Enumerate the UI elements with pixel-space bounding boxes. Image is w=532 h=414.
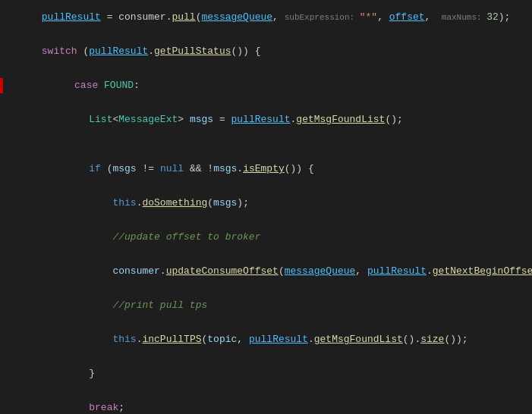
token-switch-paren: ( (77, 45, 90, 57)
code-editor: pullResult = consumer.pull(messageQueue,… (0, 0, 532, 414)
token-pullresult-3: pullResult (231, 114, 291, 125)
token-getmsgfoundlist-2: getMsgFoundList (314, 334, 403, 345)
token-case-1: case (74, 80, 98, 91)
token-switch: switch (42, 45, 77, 57)
code-line-3: case FOUND: (0, 68, 532, 102)
token-assign-1: = consumer. (101, 11, 172, 23)
token-tps-close: ()); (444, 334, 467, 345)
token-subexpr-label: subExpression: (285, 13, 360, 22)
token-if-close: ()) { (285, 163, 314, 174)
token-offset-1: offset (389, 11, 425, 23)
token-mq-1: messageQueue (285, 265, 356, 277)
token-indent-12: } (42, 368, 95, 379)
token-getpullstatus-parens: ()) { (231, 45, 260, 57)
token-msgs-3: msgs (213, 163, 237, 174)
token-indent-11 (42, 334, 113, 345)
token-dosomething: doSomething (142, 197, 207, 209)
token-notnull: != (137, 163, 160, 174)
token-isempty: isEmpty (243, 163, 285, 174)
code-line-13: break; (0, 390, 532, 414)
token-this-2: this (112, 334, 136, 345)
token-dot-8: . (308, 334, 314, 345)
token-consumer-1: consumer (112, 265, 159, 277)
token-topic-1: topic (207, 334, 237, 345)
token-getpullstatus: getPullStatus (154, 45, 231, 57)
token-comment-2: //print pull tps (112, 300, 207, 311)
token-getmsgfoundlist-1: getMsgFoundList (296, 114, 385, 125)
token-maxnums-label: maxNums: (436, 13, 486, 22)
token-semi-1: ; (118, 402, 124, 413)
token-parens-1: (); (385, 114, 402, 125)
token-gt: > (178, 114, 190, 125)
token-indent-6 (42, 163, 89, 174)
code-line-8: //update offset to broker (0, 220, 532, 254)
token-indent-13 (42, 402, 89, 413)
token-msgs: msgs (190, 114, 213, 125)
token-pullresult-2: pullResult (89, 45, 148, 57)
token-comment-1: //update offset to broker (112, 231, 260, 243)
token-32: 32 (486, 11, 499, 23)
token-pullresult-1: pullResult (42, 11, 101, 23)
token-assign-2: = (213, 114, 231, 125)
code-line-6: if (msgs != null && !msgs.isEmpty()) { (0, 152, 532, 186)
code-line-12: } (0, 356, 532, 390)
token-dosomething-paren: ( (207, 197, 213, 209)
token-messagequeue-1: messageQueue (201, 11, 272, 23)
token-and: && ! (184, 163, 213, 174)
token-updateconsumeoffset-1: updateConsumeOffset (166, 265, 279, 277)
token-null: null (160, 163, 184, 174)
code-line-5 (0, 136, 532, 152)
token-dot-3: . (237, 163, 243, 174)
token-indent-7 (42, 197, 113, 209)
token-dot-1: . (148, 45, 154, 57)
code-line-11: this.incPullTPS(topic, pullResult.getMsg… (0, 322, 532, 356)
token-this-1: this (112, 197, 136, 209)
token-space-1 (98, 80, 104, 91)
token-star-str: "*" (360, 11, 377, 23)
token-size-fn: size (420, 334, 444, 345)
token-dosomething-close: ); (237, 197, 249, 209)
token-pullresult-4: pullResult (367, 265, 427, 277)
token-comma-2: , (377, 11, 389, 23)
token-indent-8 (42, 231, 113, 243)
token-comma-3: , (425, 11, 437, 23)
token-comma-5: , (237, 334, 249, 345)
token-ucoargs-1: ( (279, 265, 285, 277)
token-getnextbeginoffset-1: getNextBeginOffset (433, 265, 532, 277)
token-list: List (89, 114, 112, 125)
token-pull-fn: pull (172, 11, 195, 23)
token-incpulltps: incPullTPS (142, 334, 201, 345)
breakpoint-marker-1 (0, 78, 3, 93)
token-close-pull: ); (499, 11, 511, 23)
token-indent-10 (42, 300, 113, 311)
code-line-4: List<MessageExt> msgs = pullResult.getMs… (0, 102, 532, 136)
token-colon-1: : (134, 80, 140, 91)
token-found: FOUND (104, 80, 134, 91)
code-line-2: switch (pullResult.getPullStatus()) { (0, 34, 532, 68)
token-dot-6: . (427, 265, 433, 277)
token-if-paren: ( (101, 163, 113, 174)
code-line-1: pullResult = consumer.pull(messageQueue,… (0, 0, 532, 34)
code-line-7: this.doSomething(msgs); (0, 186, 532, 220)
token-messageext: MessageExt (118, 114, 178, 125)
code-line-9: consumer.updateConsumeOffset(messageQueu… (0, 254, 532, 288)
token-comma-4: , (355, 265, 367, 277)
token-msgs-2: msgs (112, 163, 136, 174)
token-comma-1: , (272, 11, 285, 23)
token-indent-1 (51, 80, 74, 91)
token-pullresult-5: pullResult (249, 334, 308, 345)
token-msgs-4: msgs (213, 197, 237, 209)
token-dot-5: . (160, 265, 166, 277)
token-indent-4 (42, 114, 89, 125)
token-if: if (89, 163, 101, 174)
token-break-1: break (89, 402, 118, 413)
token-indent-9 (42, 265, 113, 277)
code-line-10: //print pull tps (0, 288, 532, 322)
token-size: (). (403, 334, 420, 345)
